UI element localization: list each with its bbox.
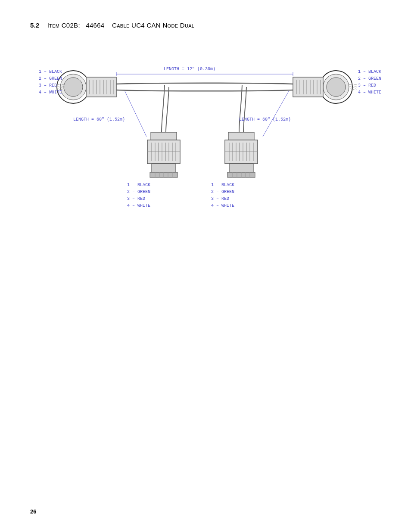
diagram-area: 1 – BLACK 2 – GREEN 3 – RED 4 – WHITE 1 … xyxy=(30,42,383,223)
page: 5.2 Item C02B: 44664 – Cable UC4 CAN Nod… xyxy=(0,0,411,532)
svg-rect-43 xyxy=(225,140,258,164)
svg-point-2 xyxy=(64,78,83,96)
length-top-label: LENGTH = 12" (0.30m) xyxy=(164,67,215,72)
svg-rect-42 xyxy=(228,132,254,140)
section-number: 5.2 xyxy=(30,22,40,29)
length-right-label: LENGTH = 60" (1.52m) xyxy=(239,117,291,122)
svg-rect-35 xyxy=(152,164,176,172)
svg-point-14 xyxy=(327,78,346,96)
svg-line-64 xyxy=(263,91,289,137)
length-left-label: LENGTH = 60" (1.52m) xyxy=(73,117,125,122)
page-number: 26 xyxy=(30,508,36,515)
bottom-left-wire-labels: 1 – BLACK 2 – GREEN 3 – RED 4 – WHITE xyxy=(127,182,150,209)
bottom-right-wire-labels: 1 – BLACK 2 – GREEN 3 – RED 4 – WHITE xyxy=(211,182,234,209)
left-wire-labels: 1 – BLACK 2 – GREEN 3 – RED 4 – WHITE xyxy=(39,68,62,96)
section-item-label: Item C02B: 44664 – Cable UC4 CAN Node Du… xyxy=(47,22,195,29)
svg-rect-25 xyxy=(147,140,180,164)
svg-rect-15 xyxy=(293,77,323,97)
svg-rect-53 xyxy=(229,164,253,172)
section-title: 5.2 Item C02B: 44664 – Cable UC4 CAN Nod… xyxy=(30,22,385,29)
right-wire-labels: 1 – BLACK 2 – GREEN 3 – RED 4 – WHITE xyxy=(358,68,381,96)
svg-rect-24 xyxy=(151,132,177,140)
svg-line-63 xyxy=(125,91,146,137)
svg-rect-3 xyxy=(86,77,116,97)
